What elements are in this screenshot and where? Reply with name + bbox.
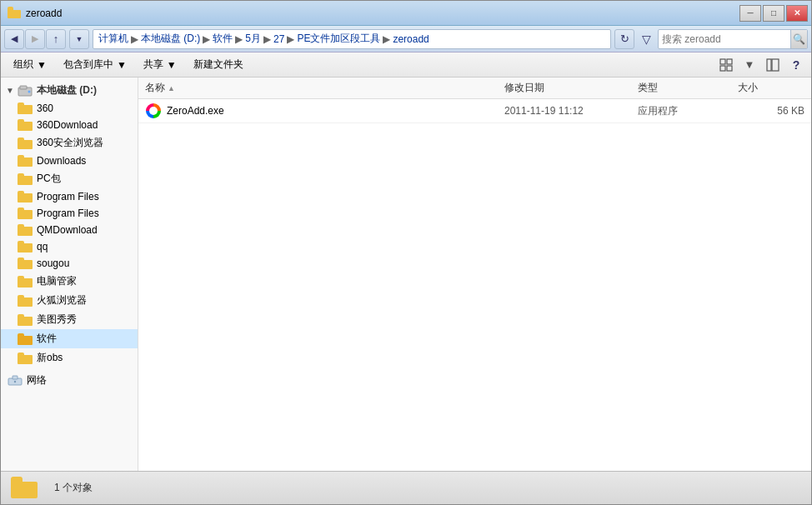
sidebar-item-label-360download: 360Download <box>37 119 98 131</box>
back-button[interactable]: ◀ <box>4 29 24 49</box>
details-pane-button[interactable] <box>763 55 783 75</box>
organize-dropdown-arrow: ▼ <box>37 59 47 71</box>
svg-rect-10 <box>13 376 18 379</box>
share-button[interactable]: 共享 ▼ <box>136 55 184 75</box>
sidebar-item-label-360: 360 <box>37 102 53 114</box>
recent-locations-button[interactable]: ▼ <box>69 29 89 49</box>
col-header-type[interactable]: 类型 <box>638 81 738 95</box>
breadcrumb-zeroadd[interactable]: zeroadd <box>393 33 429 45</box>
sidebar-item-label-qmdownload: QMDownload <box>37 224 98 236</box>
folder-icon-qmdownload <box>18 224 33 236</box>
drive-d-icon <box>18 85 33 97</box>
folder-icon-360browser <box>18 138 33 149</box>
folder-icon-firefox <box>18 295 33 307</box>
sidebar-item-label-360browser: 360安全浏览器 <box>37 136 103 150</box>
sidebar-item-newobs[interactable]: 新obs <box>1 348 138 368</box>
col-header-size[interactable]: 大小 <box>738 81 804 95</box>
sidebar-item-programfiles2[interactable]: Program Files <box>1 205 138 222</box>
sidebar-item-meitu[interactable]: 美图秀秀 <box>1 310 138 329</box>
sidebar-item-label-qq: qq <box>37 241 48 252</box>
file-name-zeroadd: ZeroAdd.exe <box>167 105 504 117</box>
new-folder-label: 新建文件夹 <box>193 58 243 72</box>
sidebar-item-label-programfiles2: Program Files <box>37 208 99 219</box>
sidebar-triangle-icon: ▼ <box>6 86 14 95</box>
sidebar-item-360download[interactable]: 360Download <box>1 117 138 133</box>
search-input[interactable] <box>659 33 790 45</box>
sidebar-item-downloads[interactable]: Downloads <box>1 152 138 169</box>
breadcrumb-software[interactable]: 软件 <box>213 32 233 46</box>
col-header-date[interactable]: 修改日期 <box>504 81 638 95</box>
sidebar-item-programfiles1[interactable]: Program Files <box>1 188 138 205</box>
view-dropdown-button[interactable]: ▼ <box>739 55 759 75</box>
sidebar-item-software[interactable]: 软件 <box>1 329 138 348</box>
folder-icon-qq <box>18 241 33 252</box>
include-label: 包含到库中 <box>63 58 113 72</box>
table-row[interactable]: ZeroAdd.exe 2011-11-19 11:12 应用程序 56 KB <box>138 99 811 123</box>
view-toggle-button[interactable] <box>716 55 736 75</box>
breadcrumb-computers[interactable]: 计算机 <box>98 32 128 46</box>
up-button[interactable]: ↑ <box>46 29 66 49</box>
share-dropdown-arrow: ▼ <box>167 59 177 71</box>
refresh-button[interactable]: ↻ <box>614 29 634 49</box>
status-bar: 1 个对象 <box>1 471 811 504</box>
network-icon <box>8 375 23 387</box>
sidebar-item-label-meitu: 美图秀秀 <box>37 312 77 327</box>
sidebar-item-360browser[interactable]: 360安全浏览器 <box>1 133 138 152</box>
sidebar-item-label-pcmanager: 电脑管家 <box>37 274 77 288</box>
sidebar-item-label-pc: PC包 <box>37 172 61 186</box>
col-name-label: 名称 <box>145 81 165 95</box>
sidebar-item-pcmanager[interactable]: 电脑管家 <box>1 272 138 291</box>
organize-button[interactable]: 组织 ▼ <box>6 55 54 75</box>
include-button[interactable]: 包含到库中 ▼ <box>56 55 134 75</box>
maximize-button[interactable]: □ <box>763 5 784 22</box>
sidebar-drive-header[interactable]: ▼ 本地磁盘 (D:) <box>1 81 138 100</box>
breadcrumb-drive-d[interactable]: 本地磁盘 (D:) <box>141 32 200 46</box>
sidebar-item-label-firefox: 火狐浏览器 <box>37 293 87 308</box>
search-button[interactable]: 🔍 <box>790 30 807 48</box>
sidebar-item-360[interactable]: 360 <box>1 100 138 117</box>
col-type-label: 类型 <box>638 81 658 95</box>
new-folder-button[interactable]: 新建文件夹 <box>186 55 251 75</box>
toolbar: 组织 ▼ 包含到库中 ▼ 共享 ▼ 新建文件夹 ▼ <box>1 52 811 78</box>
forward-button[interactable]: ▶ <box>25 29 45 49</box>
sidebar-section-drive: ▼ 本地磁盘 (D:) 360 <box>1 78 138 371</box>
breadcrumb-month[interactable]: 5月 <box>245 32 261 46</box>
zeroadd-exe-icon <box>145 102 162 119</box>
address-bar: ◀ ▶ ↑ ▼ 计算机 ▶ 本地磁盘 (D:) ▶ 软件 ▶ 5月 ▶ 27 ▶… <box>1 26 811 52</box>
help-button[interactable]: ? <box>786 55 806 75</box>
filter-icon: ▽ <box>638 30 654 48</box>
status-folder-icon <box>11 477 38 500</box>
breadcrumb-day[interactable]: 27 <box>273 33 284 45</box>
sidebar-item-label-software: 软件 <box>37 332 57 346</box>
breadcrumb-bar[interactable]: 计算机 ▶ 本地磁盘 (D:) ▶ 软件 ▶ 5月 ▶ 27 ▶ PE文件加区段… <box>93 29 611 49</box>
close-button[interactable]: ✕ <box>786 5 808 22</box>
sidebar-item-qmdownload[interactable]: QMDownload <box>1 222 138 238</box>
file-list-header: 名称 ▲ 修改日期 类型 大小 <box>138 78 811 99</box>
breadcrumb-pe-tool[interactable]: PE文件加区段工具 <box>297 32 380 46</box>
sidebar-item-label-sougou: sougou <box>37 258 69 269</box>
sidebar-item-sougou[interactable]: sougou <box>1 255 138 272</box>
sidebar-item-network[interactable]: 网络 <box>1 371 138 390</box>
file-list[interactable]: 名称 ▲ 修改日期 类型 大小 <box>138 78 811 471</box>
folder-icon-newobs <box>18 352 33 364</box>
sidebar-item-pc[interactable]: PC包 <box>1 169 138 188</box>
status-count-text: 1 个对象 <box>54 481 93 495</box>
main-content: ▼ 本地磁盘 (D:) 360 <box>1 78 811 471</box>
title-bar-left: zeroadd <box>8 7 62 20</box>
svg-rect-1 <box>727 59 732 64</box>
toolbar-right: ▼ ? <box>716 55 806 75</box>
search-bar[interactable]: 🔍 <box>658 29 808 49</box>
window-icon <box>8 7 21 20</box>
svg-rect-5 <box>772 59 779 71</box>
col-size-label: 大小 <box>738 81 758 95</box>
sidebar-item-qq[interactable]: qq <box>1 238 138 255</box>
sidebar-drive-label: 本地磁盘 (D:) <box>37 83 97 98</box>
file-size-zeroadd: 56 KB <box>738 105 804 117</box>
sidebar-network-label: 网络 <box>27 373 47 388</box>
minimize-button[interactable]: ─ <box>739 5 761 22</box>
sidebar-item-firefox[interactable]: 火狐浏览器 <box>1 291 138 310</box>
col-header-name[interactable]: 名称 ▲ <box>145 81 504 95</box>
folder-icon-programfiles2 <box>18 208 33 219</box>
svg-rect-7 <box>20 86 27 89</box>
folder-icon-downloads <box>18 155 33 167</box>
